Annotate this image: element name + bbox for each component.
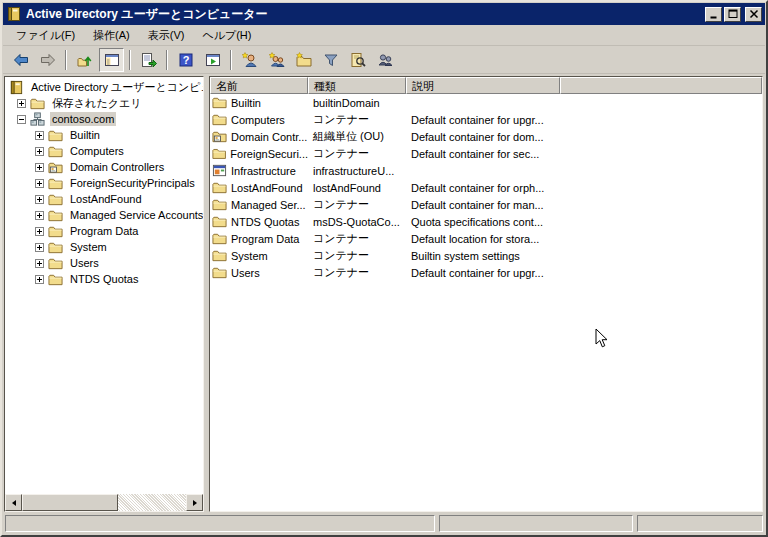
app-icon — [6, 6, 22, 22]
help-icon — [178, 52, 194, 68]
tree-item-saved-queries[interactable]: 保存されたクエリ — [5, 95, 203, 111]
list-item-lost-and-found[interactable]: LostAndFound lostAndFound Default contai… — [210, 179, 762, 196]
tree-item-managed-service-accounts[interactable]: Managed Service Accounts — [5, 207, 203, 223]
toolbar-separator — [230, 50, 232, 70]
folder-icon — [212, 112, 227, 127]
tree-item-root[interactable]: Active Directory ユーザーとコンピューター — [5, 79, 203, 95]
expand-plus-icon[interactable] — [35, 131, 44, 140]
expand-plus-icon[interactable] — [35, 243, 44, 252]
tree-item-domain-controllers[interactable]: Domain Controllers — [5, 159, 203, 175]
scrollbar-track[interactable] — [118, 494, 186, 511]
collapse-minus-icon[interactable] — [17, 115, 26, 124]
expand-plus-icon[interactable] — [35, 195, 44, 204]
show-action-pane-button[interactable] — [200, 48, 225, 72]
menu-file[interactable]: ファイル(F) — [7, 26, 84, 45]
minimize-icon — [708, 8, 720, 20]
menu-action[interactable]: 操作(A) — [84, 26, 139, 45]
tree-horizontal-scrollbar[interactable] — [5, 494, 203, 511]
console-tree-icon — [104, 52, 120, 68]
scrollbar-thumb[interactable] — [22, 494, 118, 511]
infrastructure-icon — [212, 163, 227, 178]
console-tree-pane: Active Directory ユーザーとコンピューター 保存されたクエリ c… — [4, 76, 204, 512]
column-header-name[interactable]: 名前 — [210, 77, 308, 94]
column-header-type[interactable]: 種類 — [308, 77, 406, 94]
forward-icon — [40, 52, 56, 68]
list-item-ntds-quotas[interactable]: NTDS Quotas msDS-QuotaCo... Quota specif… — [210, 213, 762, 230]
content-area: Active Directory ユーザーとコンピューター 保存されたクエリ c… — [3, 74, 765, 512]
toolbar-separator — [129, 50, 131, 70]
tree-item-builtin[interactable]: Builtin — [5, 127, 203, 143]
folder-icon — [30, 96, 45, 111]
new-group-button[interactable] — [264, 48, 289, 72]
list-item-managed-service-accounts[interactable]: Managed Ser... コンテナー Default container f… — [210, 196, 762, 213]
tree-item-foreign-security-principals[interactable]: ForeignSecurityPrincipals — [5, 175, 203, 191]
new-organizational-unit-button[interactable] — [291, 48, 316, 72]
up-one-level-icon — [77, 52, 93, 68]
tree-item-domain[interactable]: contoso.com — [5, 111, 203, 127]
minimize-button[interactable] — [705, 7, 722, 22]
find-icon — [350, 52, 366, 68]
maximize-button[interactable] — [724, 7, 741, 22]
column-header-description[interactable]: 説明 — [406, 77, 560, 94]
back-icon — [13, 52, 29, 68]
toolbar-separator — [65, 50, 67, 70]
expand-plus-icon[interactable] — [35, 227, 44, 236]
forward-button[interactable] — [35, 48, 60, 72]
scroll-left-button[interactable] — [5, 494, 22, 511]
folder-icon — [48, 208, 63, 223]
tree-item-ntds-quotas[interactable]: NTDS Quotas — [5, 271, 203, 287]
folder-icon — [212, 180, 227, 195]
toolbar-separator — [166, 50, 168, 70]
column-header-blank — [560, 77, 762, 94]
up-one-level-button[interactable] — [72, 48, 97, 72]
title-bar[interactable]: Active Directory ユーザーとコンピューター — [3, 3, 765, 25]
expand-plus-icon[interactable] — [35, 163, 44, 172]
list-item-users[interactable]: Users コンテナー Default container for upgr..… — [210, 264, 762, 281]
new-user-button[interactable] — [237, 48, 262, 72]
expand-plus-icon[interactable] — [35, 211, 44, 220]
tree-item-lost-and-found[interactable]: LostAndFound — [5, 191, 203, 207]
find-objects-button[interactable] — [345, 48, 370, 72]
expand-plus-icon[interactable] — [35, 179, 44, 188]
folder-icon — [212, 197, 227, 212]
members-icon — [377, 52, 393, 68]
tree-item-program-data[interactable]: Program Data — [5, 223, 203, 239]
list-item-domain-controllers[interactable]: Domain Contr... 組織単位 (OU) Default contai… — [210, 128, 762, 145]
list-item-builtin[interactable]: Builtin builtinDomain — [210, 94, 762, 111]
mouse-cursor — [595, 328, 609, 349]
list-item-computers[interactable]: Computers コンテナー Default container for up… — [210, 111, 762, 128]
new-user-icon — [242, 52, 258, 68]
domain-icon — [30, 112, 45, 127]
folder-icon — [212, 95, 227, 110]
list-item-program-data[interactable]: Program Data コンテナー Default location for … — [210, 230, 762, 247]
list-item-foreign-security-principals[interactable]: ForeignSecuri... コンテナー Default container… — [210, 145, 762, 162]
tree-item-users[interactable]: Users — [5, 255, 203, 271]
tree-item-system[interactable]: System — [5, 239, 203, 255]
list-item-infrastructure[interactable]: Infrastructure infrastructureU... — [210, 162, 762, 179]
export-list-icon — [141, 52, 157, 68]
help-button[interactable] — [173, 48, 198, 72]
window: Active Directory ユーザーとコンピューター ファイル(F) 操作… — [0, 0, 768, 537]
tree-item-computers[interactable]: Computers — [5, 143, 203, 159]
export-list-button[interactable] — [136, 48, 161, 72]
new-ou-icon — [296, 52, 312, 68]
menu-view[interactable]: 表示(V) — [139, 26, 194, 45]
expand-plus-icon[interactable] — [35, 147, 44, 156]
expand-plus-icon[interactable] — [35, 259, 44, 268]
add-to-group-button[interactable] — [372, 48, 397, 72]
expand-plus-icon[interactable] — [35, 275, 44, 284]
folder-icon — [212, 248, 227, 263]
list-item-system[interactable]: System コンテナー Builtin system settings — [210, 247, 762, 264]
scroll-right-button[interactable] — [186, 494, 203, 511]
close-button[interactable] — [745, 7, 762, 22]
menu-help[interactable]: ヘルプ(H) — [193, 26, 260, 45]
filter-icon — [323, 52, 339, 68]
new-group-icon — [269, 52, 285, 68]
folder-icon — [48, 192, 63, 207]
folder-icon — [48, 176, 63, 191]
show-hide-console-tree-button[interactable] — [99, 48, 124, 72]
set-filter-button[interactable] — [318, 48, 343, 72]
folder-icon — [48, 128, 63, 143]
expand-plus-icon[interactable] — [17, 99, 26, 108]
back-button[interactable] — [8, 48, 33, 72]
